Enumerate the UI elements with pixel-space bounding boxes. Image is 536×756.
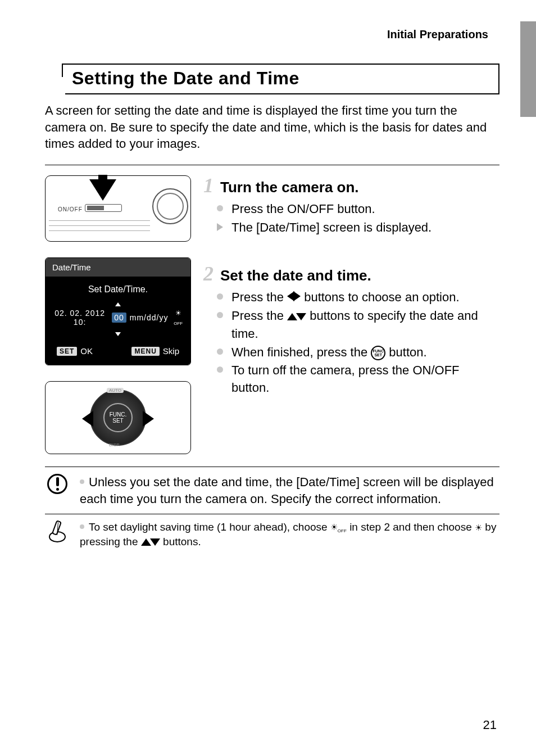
step-number: 2 (203, 264, 214, 284)
bullet-icon (217, 366, 223, 373)
step-2: 2 Set the date and time. Press the butto… (203, 264, 499, 397)
page-number: 21 (483, 718, 497, 732)
bullet-icon (217, 205, 223, 211)
figure-date-time-screen: Date/Time Set Date/Time. 02. 02. 2012 10… (45, 257, 191, 365)
date-segment-selected: 00 (112, 313, 126, 323)
triangle-left-icon (82, 411, 93, 427)
screen-subtitle: Set Date/Time. (51, 284, 185, 295)
warning-icon (47, 474, 67, 494)
tip-note: To set daylight saving time (1 hour ahea… (45, 520, 499, 549)
date-segment: 02. 02. 2012 10: (51, 309, 108, 327)
dst-off-icon: ☀OFF (171, 309, 185, 326)
instruction-item: Press the ON/OFF button. (231, 201, 499, 218)
arrow-down-icon (89, 179, 116, 201)
date-value-row: 02. 02. 2012 10: 00 mm/dd/yy ☀OFF (51, 309, 185, 327)
step-1: 1 Turn the camera on. Press the ON/OFF b… (203, 175, 499, 237)
figure-power-on: ON/OFF (45, 175, 191, 242)
step-title: Set the date and time. (220, 267, 371, 284)
dial-label-top: AUTO (107, 388, 124, 393)
divider (45, 165, 499, 165)
screen-title: Date/Time (46, 258, 190, 277)
dst-on-icon: ☀ (475, 522, 482, 533)
set-ok-indicator: SET OK (57, 346, 93, 356)
divider (45, 514, 499, 514)
steps-layout: ON/OFF Date/Time Set Date/Time. 02. 02. … (45, 175, 499, 454)
divider (45, 467, 499, 467)
left-right-arrows-icon (287, 289, 301, 306)
section-tab (520, 21, 536, 117)
lens-icon (152, 188, 188, 224)
func-set-button-icon: FUNC. SET (103, 403, 133, 432)
dial-label-bottom: DISP. (109, 442, 120, 447)
triangle-right-icon (143, 411, 154, 427)
bullet-icon (217, 312, 223, 318)
triangle-bullet-icon (217, 223, 223, 231)
instruction-item: Press the buttons to choose an option. (231, 289, 499, 307)
power-switch-icon (85, 204, 122, 212)
date-format: mm/dd/yy (130, 313, 169, 322)
warning-note: Unless you set the date and time, the [D… (45, 474, 499, 507)
on-off-label: ON/OFF (58, 206, 83, 212)
up-down-arrows-icon (287, 308, 306, 325)
menu-skip-indicator: MENU Skip (131, 346, 179, 356)
bullet-icon (80, 479, 84, 484)
section-intro: A screen for setting the date and time i… (45, 102, 499, 152)
func-set-icon: FUNCSET (371, 346, 385, 360)
tip-text: To set daylight saving time (1 hour ahea… (80, 520, 499, 549)
dst-off-icon: ☀OFF (330, 522, 347, 535)
figure-column: ON/OFF Date/Time Set Date/Time. 02. 02. … (45, 175, 191, 454)
step-title: Turn the camera on. (220, 179, 359, 196)
figure-control-dial: AUTO FUNC. SET DISP. (45, 381, 191, 454)
step-number: 1 (203, 175, 214, 196)
bullet-icon (80, 524, 84, 529)
text-column: 1 Turn the camera on. Press the ON/OFF b… (203, 175, 499, 454)
bullet-icon (217, 293, 223, 300)
section-title: Setting the Date and Time (45, 64, 499, 94)
instruction-item: The [Date/Time] screen is displayed. (231, 219, 499, 237)
section-heading-frame: Setting the Date and Time (45, 64, 499, 94)
instruction-item: To turn off the camera, press the ON/OFF… (231, 362, 499, 397)
instruction-item: Press the buttons to specify the date an… (231, 307, 499, 342)
warning-text: Unless you set the date and time, the [D… (80, 474, 499, 507)
manual-page: Initial Preparations Setting the Date an… (0, 0, 536, 756)
bullet-icon (217, 348, 223, 355)
svg-rect-1 (52, 521, 61, 535)
instruction-item: When finished, press the FUNCSET button. (231, 344, 499, 361)
pencil-note-icon (45, 520, 70, 542)
up-down-arrows-icon (141, 535, 160, 550)
breadcrumb: Initial Preparations (45, 28, 499, 41)
